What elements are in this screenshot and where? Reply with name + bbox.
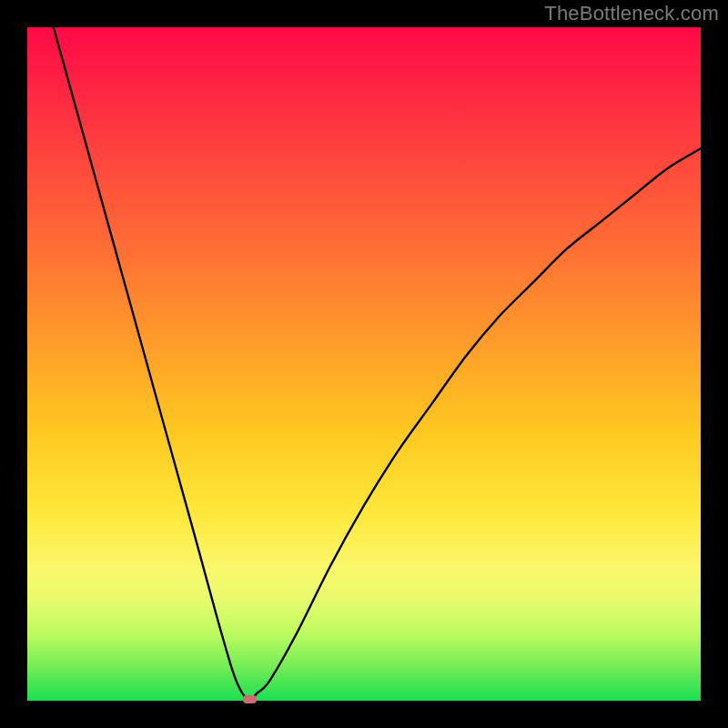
- chart-frame: TheBottleneck.com: [0, 0, 728, 728]
- bottleneck-curve-path: [27, 27, 701, 701]
- curve-minimum-marker: [243, 695, 257, 703]
- watermark-text: TheBottleneck.com: [544, 2, 719, 25]
- bottleneck-curve-svg: [27, 27, 701, 701]
